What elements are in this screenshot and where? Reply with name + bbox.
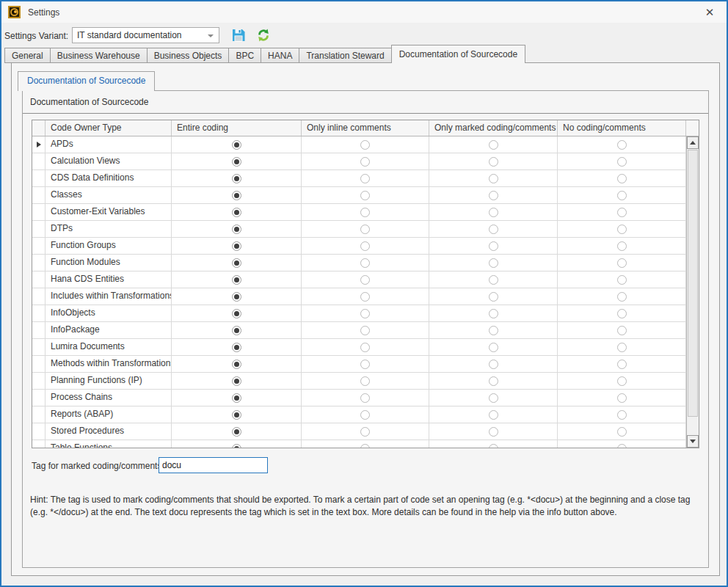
radio-inline[interactable] [360, 376, 370, 386]
tab-documentation-of-sourcecode-inner[interactable]: Documentation of Sourcecode [18, 71, 155, 91]
option-cell-inline[interactable] [302, 390, 429, 406]
table-row[interactable]: Function Groups [32, 238, 699, 255]
table-row[interactable]: Stored Procedures [32, 423, 699, 440]
option-cell-entire[interactable] [172, 406, 302, 423]
settings-variant-dropdown[interactable]: IT standard documentation [72, 27, 219, 43]
radio-entire-selected[interactable] [232, 225, 241, 234]
table-row[interactable]: Planning Functions (IP) [32, 373, 699, 390]
option-cell-marked[interactable] [429, 288, 558, 305]
option-cell-marked[interactable] [429, 339, 558, 355]
option-cell-marked[interactable] [429, 440, 558, 448]
radio-inline[interactable] [360, 326, 370, 335]
table-row[interactable]: InfoObjects [32, 305, 699, 322]
radio-none[interactable] [617, 410, 627, 420]
tab-business-warehouse[interactable]: Business Warehouse [50, 48, 148, 63]
option-cell-none[interactable] [558, 238, 686, 254]
row-selector-cell[interactable] [32, 305, 46, 321]
option-cell-entire[interactable] [172, 390, 302, 406]
option-cell-inline[interactable] [302, 271, 429, 288]
radio-marked[interactable] [489, 157, 498, 167]
close-icon[interactable]: ✕ [703, 6, 716, 19]
option-cell-none[interactable] [558, 322, 686, 338]
option-cell-marked[interactable] [429, 423, 558, 440]
option-cell-entire[interactable] [172, 271, 302, 288]
radio-none[interactable] [617, 309, 627, 318]
row-selector-cell[interactable] [32, 406, 46, 423]
radio-entire-selected[interactable] [232, 275, 241, 285]
option-cell-none[interactable] [558, 440, 686, 448]
radio-marked[interactable] [489, 427, 498, 437]
radio-none[interactable] [617, 427, 627, 437]
tag-input[interactable] [159, 457, 268, 473]
radio-inline[interactable] [360, 410, 370, 420]
column-header-only-marked-coding-comments[interactable]: Only marked coding/comments [429, 120, 558, 136]
radio-inline[interactable] [360, 157, 370, 167]
option-cell-marked[interactable] [429, 238, 558, 254]
radio-entire-selected[interactable] [232, 191, 241, 200]
scroll-down-icon[interactable] [687, 435, 699, 448]
radio-inline[interactable] [360, 444, 370, 448]
radio-entire-selected[interactable] [232, 174, 241, 183]
option-cell-marked[interactable] [429, 153, 558, 169]
option-cell-entire[interactable] [172, 204, 302, 220]
radio-entire-selected[interactable] [232, 343, 241, 352]
scrollbar-thumb[interactable] [688, 150, 698, 417]
radio-marked[interactable] [489, 174, 498, 183]
option-cell-none[interactable] [558, 153, 686, 169]
tab-documentation-of-sourcecode[interactable]: Documentation of Sourcecode [391, 45, 525, 63]
option-cell-entire[interactable] [172, 153, 302, 169]
radio-marked[interactable] [489, 360, 498, 369]
option-cell-none[interactable] [558, 288, 686, 305]
option-cell-entire[interactable] [172, 423, 302, 440]
option-cell-inline[interactable] [302, 322, 429, 338]
option-cell-none[interactable] [558, 423, 686, 440]
radio-entire-selected[interactable] [232, 427, 241, 437]
refresh-arrows-icon[interactable] [256, 28, 271, 43]
radio-none[interactable] [617, 225, 627, 234]
row-selector-cell[interactable] [32, 390, 46, 406]
table-row[interactable]: Hana CDS Entities [32, 271, 699, 288]
option-cell-none[interactable] [558, 406, 686, 423]
vertical-scrollbar[interactable] [686, 136, 699, 448]
radio-none[interactable] [617, 444, 627, 448]
option-cell-none[interactable] [558, 373, 686, 389]
radio-entire-selected[interactable] [232, 360, 241, 369]
radio-none[interactable] [617, 376, 627, 386]
option-cell-marked[interactable] [429, 305, 558, 321]
option-cell-none[interactable] [558, 356, 686, 372]
option-cell-marked[interactable] [429, 322, 558, 338]
table-row[interactable]: InfoPackage [32, 322, 699, 339]
tab-business-objects[interactable]: Business Objects [147, 48, 230, 63]
option-cell-inline[interactable] [302, 440, 429, 448]
option-cell-marked[interactable] [429, 170, 558, 186]
radio-marked[interactable] [489, 326, 498, 335]
tab-bpc[interactable]: BPC [228, 48, 261, 63]
option-cell-entire[interactable] [172, 221, 302, 237]
option-cell-none[interactable] [558, 187, 686, 203]
radio-inline[interactable] [360, 275, 370, 285]
option-cell-entire[interactable] [172, 305, 302, 321]
row-selector-cell[interactable] [32, 255, 46, 271]
table-row[interactable]: Calculation Views [32, 153, 699, 170]
tab-hana[interactable]: HANA [261, 48, 299, 63]
radio-entire-selected[interactable] [232, 208, 241, 217]
radio-entire-selected[interactable] [232, 410, 241, 420]
option-cell-inline[interactable] [302, 373, 429, 389]
radio-none[interactable] [617, 275, 627, 285]
option-cell-inline[interactable] [302, 238, 429, 254]
radio-entire-selected[interactable] [232, 393, 241, 403]
option-cell-marked[interactable] [429, 204, 558, 220]
row-selector-cell[interactable] [32, 356, 46, 372]
radio-inline[interactable] [360, 208, 370, 217]
radio-entire-selected[interactable] [232, 309, 241, 318]
option-cell-inline[interactable] [302, 255, 429, 271]
option-cell-inline[interactable] [302, 170, 429, 186]
option-cell-marked[interactable] [429, 373, 558, 389]
option-cell-inline[interactable] [302, 221, 429, 237]
radio-marked[interactable] [489, 191, 498, 200]
radio-marked[interactable] [489, 275, 498, 285]
table-row[interactable]: Process Chains [32, 390, 699, 406]
radio-marked[interactable] [489, 393, 498, 403]
radio-none[interactable] [617, 326, 627, 335]
row-selector-cell[interactable] [32, 271, 46, 288]
